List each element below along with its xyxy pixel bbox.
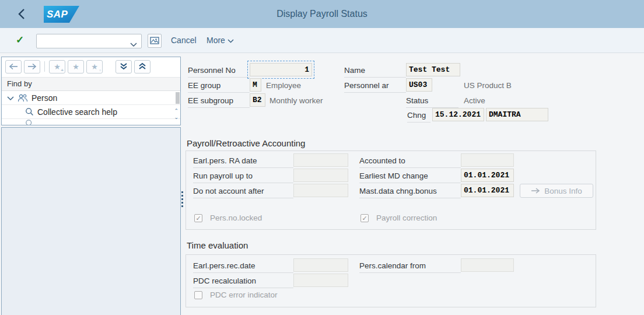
tree-item-label: Collective search help	[37, 107, 117, 117]
name-field[interactable]: Test Test	[406, 63, 460, 76]
personnel-no-field[interactable]: 1	[250, 63, 312, 76]
personnel-area-label: Personnel ar	[344, 79, 406, 93]
star-remove-icon: ★	[91, 62, 98, 71]
time-section-title: Time evaluation	[187, 240, 248, 250]
nav-back-button[interactable]	[5, 60, 22, 74]
bonus-info-button[interactable]: Bonus Info	[520, 184, 593, 198]
star-icon: ★	[72, 62, 79, 71]
pdc-error-indicator-label: PDC error indicator	[210, 290, 278, 300]
earliest-md-change-field[interactable]: 01.01.2021	[461, 169, 514, 182]
ee-group-label: EE group	[188, 79, 250, 93]
search-helper-panel: ★+ ★ ★▫ Find by Person Collective search…	[1, 57, 181, 125]
search-icon	[25, 107, 34, 116]
ee-group-desc: Employee	[266, 79, 301, 93]
toolbar: ✓ Cancel More	[0, 28, 644, 53]
run-payroll-up-to-field[interactable]	[293, 169, 348, 182]
delete-favorite-button[interactable]: ★▫	[86, 60, 103, 74]
personnel-area-field[interactable]: US03	[406, 78, 432, 92]
chng-date-field[interactable]: 15.12.2021	[432, 108, 484, 121]
do-not-account-after-label: Do not account after	[193, 185, 293, 198]
titlebar: Display Payroll Status SAP	[0, 0, 644, 28]
earl-pers-ra-date-label: Earl.pers. RA date	[193, 155, 293, 168]
ee-group-field[interactable]: M	[250, 78, 261, 92]
ee-subgroup-desc: Monthly worker	[270, 94, 323, 108]
splitter-handle-icon[interactable]	[181, 191, 183, 207]
find-by-header: Find by	[2, 77, 180, 91]
chevron-down-icon	[228, 28, 234, 53]
tree-item-label: Person	[32, 93, 57, 103]
arrow-right-icon	[27, 63, 37, 70]
payroll-groupbox: Earl.pers. RA date Accounted to Run payr…	[186, 150, 596, 230]
more-label: More	[206, 36, 225, 45]
earliest-md-change-label: Earliest MD change	[359, 170, 461, 183]
pdc-recalculation-field[interactable]	[293, 274, 348, 287]
double-chevron-down-icon	[120, 62, 128, 71]
ee-subgroup-label: EE subgroup	[188, 94, 250, 108]
pdc-recalculation-label: PDC recalculation	[193, 275, 293, 288]
tree-scrollbar-thumb[interactable]	[176, 92, 180, 104]
earl-pers-rec-date-field[interactable]	[293, 258, 348, 272]
status-value: Active	[464, 94, 485, 108]
page-title: Display Payroll Status	[0, 0, 644, 28]
scroll-up-icon[interactable]: ⌃	[174, 108, 178, 114]
payroll-section-title: Payroll/Retroactive Accounting	[187, 138, 305, 148]
sidebar-item-clipped[interactable]	[2, 119, 180, 125]
status-label: Status	[406, 94, 459, 108]
name-label: Name	[344, 64, 406, 78]
do-not-account-after-field[interactable]	[293, 184, 348, 197]
earl-pers-rec-date-label: Earl.pers.rec.date	[193, 260, 293, 273]
cancel-button[interactable]: Cancel	[171, 28, 197, 53]
pers-no-locked-label: Pers.no.locked	[210, 214, 262, 223]
command-input[interactable]	[38, 35, 127, 47]
ee-subgroup-field[interactable]: B2	[250, 93, 265, 107]
chevron-down-icon[interactable]	[7, 93, 14, 103]
payroll-correction-label: Payroll correction	[376, 214, 437, 223]
pers-no-locked-checkbox[interactable]: ✓	[194, 214, 202, 222]
search-result-panel	[1, 127, 181, 315]
image-icon	[148, 34, 161, 47]
mast-data-chng-bonus-label: Mast.data chng.bonus	[359, 185, 461, 198]
search-icon	[25, 119, 34, 125]
pers-calendar-from-field[interactable]	[461, 258, 514, 272]
add-favorite-button[interactable]: ★+	[49, 60, 65, 74]
expand-all-button[interactable]	[116, 60, 132, 74]
arrow-right-icon	[531, 188, 540, 194]
chng-user-field[interactable]: DMAITRA	[486, 108, 548, 121]
favorites-button[interactable]: ★	[68, 60, 84, 74]
sidebar-item-person[interactable]: Person	[2, 91, 180, 105]
sidebar-toolbar: ★+ ★ ★▫	[2, 57, 180, 76]
more-button[interactable]: More	[206, 28, 234, 53]
payroll-correction-checkbox[interactable]: ✓	[360, 214, 369, 222]
sidebar-item-collective-search-help[interactable]: Collective search help	[2, 105, 180, 119]
chng-label: Chng	[407, 109, 430, 123]
personnel-no-label: Personnel No	[188, 64, 250, 78]
run-payroll-up-to-label: Run payroll up to	[193, 170, 293, 183]
double-chevron-up-icon	[138, 62, 146, 71]
back-icon[interactable]	[15, 7, 29, 21]
mast-data-chng-bonus-field[interactable]: 01.01.2021	[461, 184, 514, 197]
main-content: Personnel No 1 EE group M Employee EE su…	[184, 57, 644, 315]
time-groupbox: Earl.pers.rec.date Pers.calendar from PD…	[186, 254, 596, 307]
collapse-all-button[interactable]	[134, 60, 150, 74]
person-group-icon	[18, 94, 28, 102]
pers-calendar-from-label: Pers.calendar from	[359, 260, 461, 273]
scroll-down-icon[interactable]: ⌄	[174, 115, 178, 120]
chevron-down-icon[interactable]	[130, 39, 137, 50]
earl-pers-ra-date-field[interactable]	[293, 153, 348, 167]
toolbar-separator	[44, 61, 45, 72]
accounted-to-label: Accounted to	[359, 155, 461, 168]
screenshot-button[interactable]	[148, 34, 162, 48]
nav-forward-button[interactable]	[24, 60, 40, 74]
star-add-icon: ★	[54, 62, 61, 71]
personnel-area-desc: US Product B	[464, 79, 512, 93]
command-combobox[interactable]	[36, 34, 142, 48]
confirm-check-icon[interactable]: ✓	[16, 34, 24, 46]
arrow-left-icon	[9, 63, 18, 70]
bonus-info-label: Bonus Info	[544, 187, 582, 195]
pdc-error-indicator-checkbox[interactable]	[194, 291, 202, 299]
accounted-to-field[interactable]	[461, 153, 514, 167]
